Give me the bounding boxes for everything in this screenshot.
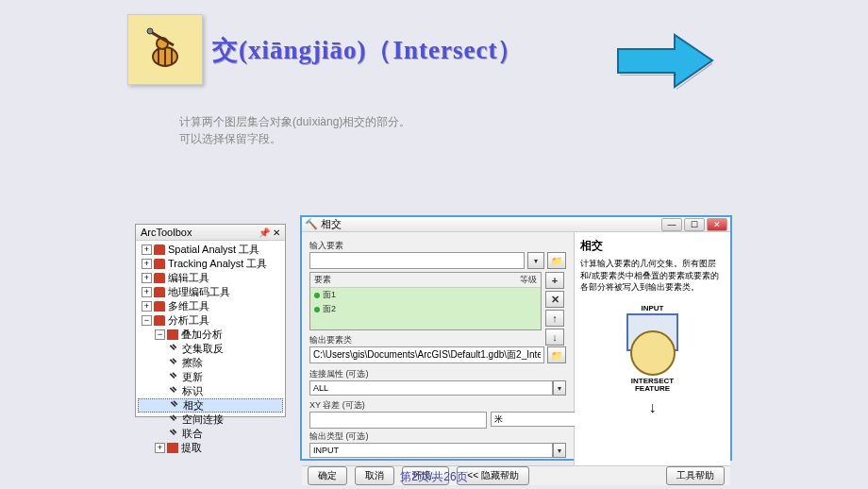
feature-list[interactable]: 要素 等级 面1 面2 — [309, 272, 542, 330]
close-button[interactable]: ✕ — [707, 218, 727, 231]
page-indicator: 第2页/共26页 — [0, 469, 868, 485]
maximize-button[interactable]: ☐ — [684, 218, 705, 231]
chevron-down-icon[interactable]: ▾ — [553, 380, 566, 396]
minimize-button[interactable]: — — [661, 218, 682, 231]
dialog-title-text: 相交 — [321, 218, 342, 229]
arctoolbox-tree: +Spatial Analyst 工具 +Tracking Analyst 工具… — [136, 241, 285, 457]
input-features-field[interactable] — [309, 252, 525, 269]
next-arrow-icon — [613, 30, 717, 92]
remove-item-button[interactable]: ✕ — [545, 291, 564, 308]
arctoolbox-panel: ArcToolbox 📌 ✕ +Spatial Analyst 工具 +Trac… — [135, 224, 286, 417]
xy-tol-field[interactable] — [309, 412, 487, 429]
move-down-button[interactable]: ↓ — [545, 329, 564, 346]
arctoolbox-titlebar: ArcToolbox 📌 ✕ — [136, 225, 285, 241]
tree-item-extract[interactable]: +提取 — [138, 441, 283, 455]
tree-tool[interactable]: 擦除 — [138, 356, 283, 370]
tree-item[interactable]: +Spatial Analyst 工具 — [138, 243, 283, 257]
pin-icon[interactable]: 📌 ✕ — [259, 228, 280, 238]
chevron-down-icon[interactable]: ▾ — [553, 443, 566, 458]
dialog-help-panel: 相交 计算输入要素的几何交集。所有图层和/或要素类中相叠置的要素或要素的各部分将… — [575, 232, 730, 465]
tree-item[interactable]: +多维工具 — [138, 299, 283, 313]
tree-tool[interactable]: 联合 — [138, 427, 283, 441]
tree-item[interactable]: +编辑工具 — [138, 271, 283, 285]
tree-tool[interactable]: 标识 — [138, 384, 283, 398]
join-attr-label: 连接属性 (可选) — [309, 368, 566, 380]
dropdown-icon[interactable]: ▾ — [527, 252, 544, 269]
svg-point-6 — [147, 28, 153, 34]
move-up-button[interactable]: ↑ — [545, 310, 564, 327]
output-type-select[interactable] — [309, 443, 553, 458]
dialog-titlebar[interactable]: 🔨 相交 — ☐ ✕ — [302, 217, 730, 232]
tree-item[interactable]: +地理编码工具 — [138, 285, 283, 299]
tree-tool[interactable]: 空间连接 — [138, 413, 283, 427]
tree-item[interactable]: −分析工具 — [138, 313, 283, 328]
help-text: 计算输入要素的几何交集。所有图层和/或要素类中相叠置的要素或要素的各部分将被写入… — [580, 258, 725, 294]
input-features-label: 输入要素 — [309, 240, 566, 252]
dialog-main-panel: 输入要素 ▾ 📁 要素 等级 面1 面2 + ✕ ↑ — [302, 232, 575, 465]
bee-icon — [127, 14, 203, 85]
desc-line: 可以选择保留字段。 — [179, 130, 410, 147]
page-title: 交(xiāngjiāo)（Intersect） — [212, 33, 524, 67]
help-title: 相交 — [580, 238, 725, 254]
tree-tool-intersect[interactable]: 相交 — [138, 398, 283, 413]
help-diagram: INPUT INTERSECT FEATURE ↓ — [580, 303, 725, 416]
list-item[interactable]: 面1 — [310, 288, 541, 302]
tree-tool[interactable]: 交集取反 — [138, 342, 283, 356]
tree-item-overlay[interactable]: −叠加分析 — [138, 328, 283, 342]
tree-tool[interactable]: 更新 — [138, 370, 283, 384]
help-input-label: INPUT — [642, 305, 664, 313]
help-circle-icon — [630, 330, 676, 376]
join-attr-select[interactable] — [309, 380, 553, 396]
desc-line: 计算两个图层集合对象(duìxiàng)相交的部分。 — [179, 113, 410, 130]
output-type-label: 输出类型 (可选) — [309, 430, 566, 443]
browse-output-button[interactable]: 📁 — [547, 346, 566, 363]
description-text: 计算两个图层集合对象(duìxiàng)相交的部分。 可以选择保留字段。 — [179, 113, 410, 147]
list-header-right: 等级 — [520, 274, 537, 286]
list-item[interactable]: 面2 — [310, 302, 541, 316]
svg-marker-7 — [618, 35, 712, 87]
output-path-field[interactable] — [309, 346, 544, 363]
help-intersect-label: INTERSECT FEATURE — [631, 378, 674, 395]
add-item-button[interactable]: + — [545, 272, 564, 289]
list-header-left: 要素 — [314, 274, 331, 286]
browse-button[interactable]: 📁 — [547, 252, 566, 269]
arrow-down-icon: ↓ — [649, 399, 657, 416]
output-label: 输出要素类 — [309, 334, 566, 346]
tree-item[interactable]: +Tracking Analyst 工具 — [138, 257, 283, 271]
xy-tol-label: XY 容差 (可选) — [309, 399, 566, 412]
arctoolbox-title-text: ArcToolbox — [141, 227, 192, 238]
intersect-dialog: 🔨 相交 — ☐ ✕ 输入要素 ▾ 📁 要素 等级 面1 面2 — [300, 215, 732, 461]
